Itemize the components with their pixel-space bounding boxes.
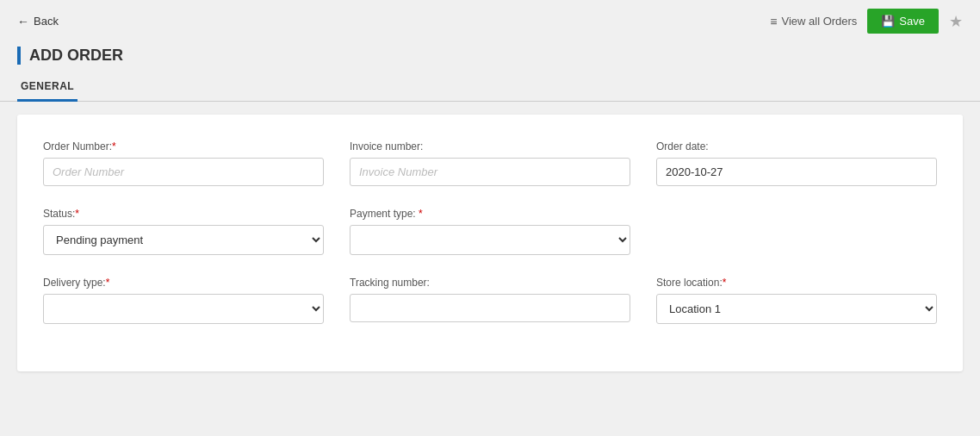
save-button[interactable]: 💾 Save bbox=[867, 9, 939, 34]
store-location-group: Store location:* Location 1 Location 2 L… bbox=[656, 277, 937, 324]
invoice-number-input[interactable] bbox=[350, 158, 630, 186]
delivery-type-required: * bbox=[106, 277, 110, 289]
save-label: Save bbox=[899, 15, 925, 28]
list-icon: ≡ bbox=[770, 15, 777, 28]
payment-type-select[interactable]: Credit Card PayPal Bank Transfer bbox=[350, 225, 630, 255]
tabs-bar: GENERAL bbox=[0, 73, 980, 101]
store-location-label: Store location:* bbox=[656, 277, 937, 289]
delivery-type-label: Delivery type:* bbox=[43, 277, 324, 289]
top-right-actions: ≡ View all Orders 💾 Save ★ bbox=[770, 9, 963, 34]
order-date-label: Order date: bbox=[656, 140, 937, 153]
status-label: Status:* bbox=[43, 208, 324, 220]
main-card: Order Number:* Invoice number: Order dat… bbox=[17, 115, 963, 371]
form-row-2: Status:* Pending payment Processing Comp… bbox=[43, 208, 937, 255]
back-arrow-icon: ← bbox=[17, 15, 29, 28]
tracking-number-input[interactable] bbox=[350, 294, 630, 322]
tab-general[interactable]: GENERAL bbox=[17, 73, 78, 102]
page-title: ADD ORDER bbox=[17, 47, 123, 65]
order-number-required: * bbox=[112, 140, 116, 153]
order-number-input[interactable] bbox=[43, 158, 324, 186]
back-button[interactable]: ← Back bbox=[17, 15, 59, 28]
order-number-group: Order Number:* bbox=[43, 140, 324, 186]
status-select[interactable]: Pending payment Processing Completed Can… bbox=[43, 225, 324, 255]
payment-type-label: Payment type: * bbox=[350, 208, 630, 220]
delivery-type-group: Delivery type:* Standard Express Overnig… bbox=[43, 277, 324, 324]
back-label: Back bbox=[34, 15, 59, 28]
view-all-orders-button[interactable]: ≡ View all Orders bbox=[770, 15, 857, 28]
payment-type-required: * bbox=[416, 208, 423, 220]
page-header: ADD ORDER bbox=[0, 42, 980, 73]
store-location-select[interactable]: Location 1 Location 2 Location 3 bbox=[656, 294, 937, 324]
order-date-input[interactable] bbox=[656, 158, 937, 186]
tabs-divider bbox=[0, 101, 980, 102]
status-group: Status:* Pending payment Processing Comp… bbox=[43, 208, 324, 255]
favorite-button[interactable]: ★ bbox=[949, 12, 963, 31]
order-date-group: Order date: bbox=[656, 140, 937, 186]
form-row-3: Delivery type:* Standard Express Overnig… bbox=[43, 277, 937, 324]
form-row-1: Order Number:* Invoice number: Order dat… bbox=[43, 140, 937, 186]
tracking-number-group: Tracking number: bbox=[350, 277, 630, 324]
delivery-type-select[interactable]: Standard Express Overnight bbox=[43, 294, 324, 324]
tracking-number-label: Tracking number: bbox=[350, 277, 630, 289]
invoice-number-group: Invoice number: bbox=[350, 140, 630, 186]
store-location-required: * bbox=[723, 277, 727, 289]
star-icon: ★ bbox=[949, 13, 963, 30]
payment-type-group: Payment type: * Credit Card PayPal Bank … bbox=[350, 208, 630, 255]
order-number-label: Order Number:* bbox=[43, 140, 324, 153]
view-all-orders-label: View all Orders bbox=[781, 15, 857, 28]
top-bar: ← Back ≡ View all Orders 💾 Save ★ bbox=[0, 0, 980, 42]
save-disk-icon: 💾 bbox=[881, 15, 895, 28]
status-required: * bbox=[75, 208, 79, 220]
invoice-number-label: Invoice number: bbox=[350, 140, 630, 153]
